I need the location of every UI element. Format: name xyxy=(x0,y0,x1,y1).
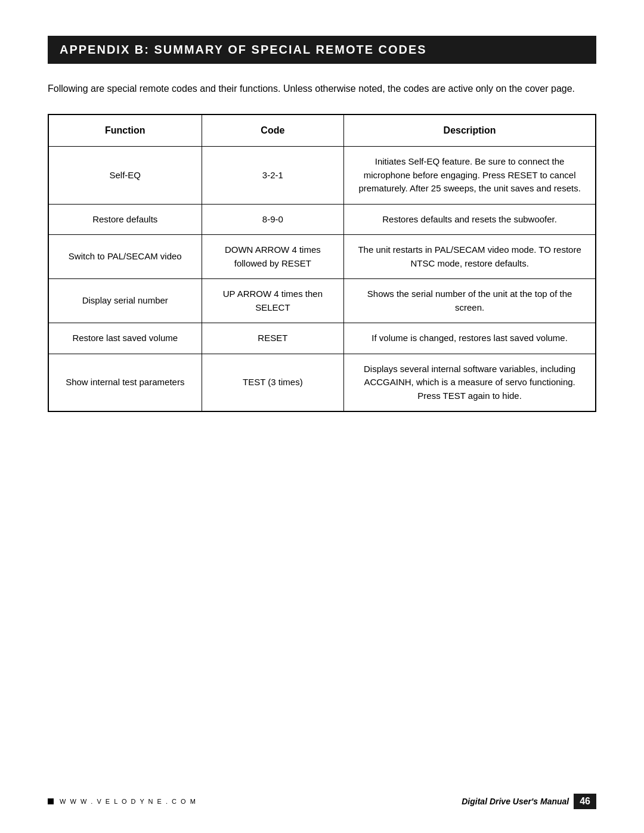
page-footer: W W W . V E L O D Y N E . C O M Digital … xyxy=(48,794,596,809)
table-row: Restore last saved volumeRESETIf volume … xyxy=(48,323,596,354)
cell-description-5: Displays several internal software varia… xyxy=(344,354,596,411)
footer-manual-label: Digital Drive User's Manual xyxy=(462,797,569,806)
footer-right: Digital Drive User's Manual 46 xyxy=(462,794,596,809)
cell-description-3: Shows the serial number of the unit at t… xyxy=(344,279,596,323)
footer-website: W W W . V E L O D Y N E . C O M xyxy=(60,798,197,805)
table-header-row: Function Code Description xyxy=(48,114,596,147)
cell-description-1: Restores defaults and resets the subwoof… xyxy=(344,204,596,235)
footer-square-icon xyxy=(48,798,54,804)
header-function: Function xyxy=(48,114,202,147)
cell-function-2: Switch to PAL/SECAM video xyxy=(48,235,202,279)
header-description: Description xyxy=(344,114,596,147)
cell-function-3: Display serial number xyxy=(48,279,202,323)
cell-code-1: 8-9-0 xyxy=(202,204,344,235)
cell-code-0: 3-2-1 xyxy=(202,147,344,205)
cell-function-4: Restore last saved volume xyxy=(48,323,202,354)
footer-page-number: 46 xyxy=(574,794,596,809)
header-code: Code xyxy=(202,114,344,147)
table-row: Restore defaults8-9-0Restores defaults a… xyxy=(48,204,596,235)
cell-description-0: Initiates Self-EQ feature. Be sure to co… xyxy=(344,147,596,205)
table-row: Show internal test parametersTEST (3 tim… xyxy=(48,354,596,411)
table-row: Self-EQ3-2-1Initiates Self-EQ feature. B… xyxy=(48,147,596,205)
appendix-title: Appendix B: Summary of Special Remote Co… xyxy=(48,36,596,64)
cell-description-4: If volume is changed, restores last save… xyxy=(344,323,596,354)
footer-left: W W W . V E L O D Y N E . C O M xyxy=(48,798,197,805)
cell-code-5: TEST (3 times) xyxy=(202,354,344,411)
remote-codes-table: Function Code Description Self-EQ3-2-1In… xyxy=(48,114,596,412)
cell-code-4: RESET xyxy=(202,323,344,354)
cell-function-0: Self-EQ xyxy=(48,147,202,205)
cell-function-5: Show internal test parameters xyxy=(48,354,202,411)
cell-code-3: UP ARROW 4 times then SELECT xyxy=(202,279,344,323)
cell-description-2: The unit restarts in PAL/SECAM video mod… xyxy=(344,235,596,279)
intro-text: Following are special remote codes and t… xyxy=(48,82,596,96)
cell-code-2: DOWN ARROW 4 times followed by RESET xyxy=(202,235,344,279)
table-row: Switch to PAL/SECAM videoDOWN ARROW 4 ti… xyxy=(48,235,596,279)
page-container: Appendix B: Summary of Special Remote Co… xyxy=(0,0,644,833)
table-row: Display serial numberUP ARROW 4 times th… xyxy=(48,279,596,323)
cell-function-1: Restore defaults xyxy=(48,204,202,235)
